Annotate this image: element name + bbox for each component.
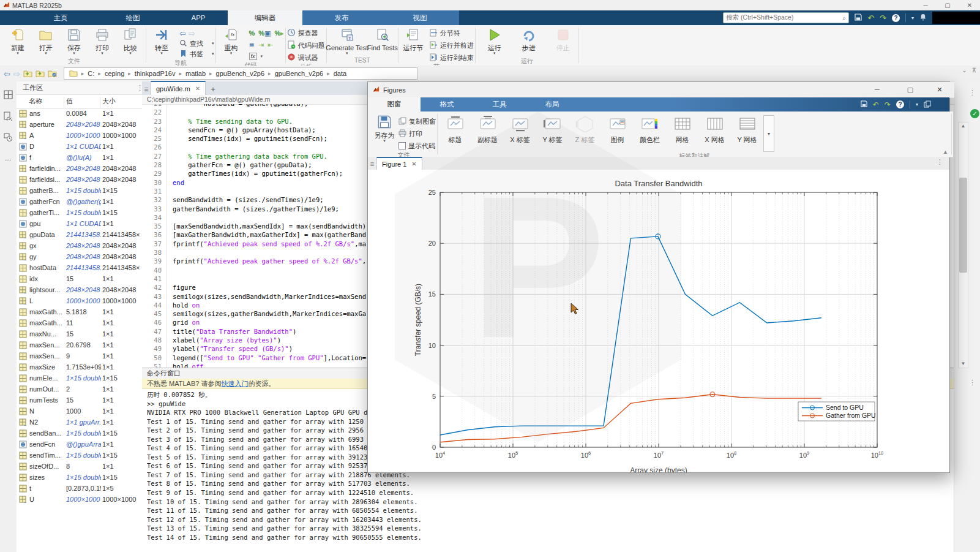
editor-scrollbar[interactable]: ▲ ▼ bbox=[958, 122, 968, 368]
new-tab-button[interactable]: + bbox=[206, 85, 220, 95]
up-folder-icon[interactable] bbox=[36, 69, 45, 78]
workspace-row-N2[interactable]: ~N21×1 gpuArr...1×1 bbox=[17, 417, 142, 428]
crumb-ceping[interactable]: ceping bbox=[105, 70, 124, 77]
workspace-row-aperture[interactable]: ~aperture2048×2048 ...2048×2048 bbox=[17, 119, 142, 130]
run-section-button[interactable]: 运行节 bbox=[400, 27, 427, 51]
code-issues-button[interactable]: 代码问题 bbox=[287, 40, 325, 50]
print-button[interactable]: 打印▾ bbox=[88, 27, 116, 55]
workspace-row-hostData[interactable]: hostData214413458...214413458×1 bbox=[17, 262, 142, 273]
main-tab-编辑器[interactable]: 编辑器 bbox=[228, 10, 302, 25]
save-button[interactable]: 保存▾ bbox=[60, 27, 88, 55]
forward-icon[interactable]: ⇨ bbox=[13, 69, 20, 78]
workspace-row-farfieldsi...[interactable]: farfieldsi...2048×2048 ...2048×2048 bbox=[17, 174, 142, 185]
workspace-row-maxSen...[interactable]: maxSen...91×1 bbox=[17, 350, 142, 361]
ygrid-button[interactable]: Y 网格 bbox=[731, 112, 763, 145]
breadcrumb[interactable]: ▸C:▸ceping▸thinkpadP16v▸matlab▸gpuBench_… bbox=[64, 67, 417, 80]
maximize-button[interactable]: ▢ bbox=[937, 0, 958, 10]
back-icon[interactable]: ⇦ bbox=[4, 69, 10, 78]
workspace-row-N[interactable]: N10001×1 bbox=[17, 406, 142, 417]
workspace-row-L[interactable]: ~L1000×1000 ...1000×1000 bbox=[17, 295, 142, 306]
step-button[interactable]: 步进 bbox=[515, 27, 543, 51]
workspace-row-numTests[interactable]: numTests151×1 bbox=[17, 395, 142, 406]
workspace-variable-list[interactable]: ans0.00841×1~aperture2048×2048 ...2048×2… bbox=[17, 108, 142, 537]
indent-left-icon[interactable]: ⇤ bbox=[267, 41, 273, 49]
run-button[interactable]: 运行▾ bbox=[481, 27, 509, 55]
workspace-row-A[interactable]: ~A1000×1000 ...1000×1000 bbox=[17, 130, 142, 141]
scrollbar-thumb[interactable] bbox=[959, 178, 967, 273]
workspace-row-sendBan...[interactable]: sendBan...1×15 double1×15 bbox=[17, 428, 142, 439]
ylabel-button[interactable]: Y 标签 bbox=[536, 112, 569, 145]
workspace-row-farfieldin...[interactable]: ~farfieldin...2048×2048 ...2048×2048 bbox=[17, 163, 142, 174]
workspace-row-U[interactable]: ~U1000×1000 ...1000×1000 bbox=[17, 494, 142, 505]
debugger-button[interactable]: 调试器 bbox=[287, 53, 325, 62]
main-tab-APP[interactable]: APP bbox=[169, 10, 228, 25]
run-advance-button[interactable]: 运行并前进 bbox=[430, 40, 474, 50]
copy-figure-button[interactable]: 复制图窗 bbox=[398, 116, 436, 126]
subtitle-button[interactable]: 副标题 bbox=[471, 112, 504, 145]
find-tests-button[interactable]: Find Tests bbox=[368, 27, 397, 51]
browse-folder-icon[interactable] bbox=[48, 69, 57, 78]
workspace-row-maxNu...[interactable]: maxNu...151×1 bbox=[17, 328, 142, 339]
toolbar-collapse-icons[interactable]: ⌄⊼ bbox=[962, 67, 976, 74]
workspace-row-lightsour...[interactable]: ~lightsour...2048×2048 ...2048×2048 bbox=[17, 284, 142, 295]
insert-function-icon[interactable]: fx bbox=[249, 53, 257, 60]
profiler-button[interactable]: 探查器 bbox=[287, 28, 325, 38]
figures-title-bar[interactable]: Figures ─ ▢ ✕ bbox=[368, 82, 954, 98]
xgrid-button[interactable]: X 网格 bbox=[698, 112, 731, 145]
user-account-redacted[interactable] bbox=[932, 12, 980, 24]
figures-tab-布局[interactable]: 布局 bbox=[526, 97, 578, 112]
workspace-row-gatherTi...[interactable]: gatherTi...1×15 double1×15 bbox=[17, 207, 142, 218]
dock-grip-icon[interactable]: ≣ bbox=[142, 86, 151, 95]
undo-icon[interactable]: ↶ bbox=[867, 13, 874, 23]
nav-arrows[interactable]: ⇦⇨ bbox=[179, 28, 214, 38]
figures-maximize-button[interactable]: ▢ bbox=[899, 82, 921, 97]
redo-icon[interactable]: ↷ bbox=[880, 13, 886, 23]
workspace-row-maxSize[interactable]: maxSize1.7153e+091×1 bbox=[17, 361, 142, 372]
panel-layout-icon[interactable] bbox=[4, 90, 13, 100]
more-icon[interactable]: … bbox=[5, 154, 12, 162]
annotate-overflow-button[interactable]: ▾ bbox=[763, 115, 774, 152]
doc-bar-menu-icon[interactable]: ⋮ bbox=[937, 158, 943, 166]
title-button[interactable]: 标题 bbox=[439, 112, 471, 145]
workspace-row-maxGath...[interactable]: maxGath...111×1 bbox=[17, 317, 142, 328]
editor-tab-gpuwide[interactable]: gpuWide.m✕ bbox=[151, 81, 206, 95]
dock-grip-icon[interactable]: ≣ bbox=[368, 161, 376, 170]
bookmark-button[interactable]: 书签▾ bbox=[179, 49, 214, 59]
search-input[interactable]: 搜索 (Ctrl+Shift+Space) ⌕ bbox=[723, 12, 849, 23]
close-tab-icon[interactable]: ✕ bbox=[195, 85, 200, 92]
new-button[interactable]: 新建▾ bbox=[4, 27, 32, 55]
print-figure-button[interactable]: 打印 bbox=[398, 129, 436, 138]
workspace-row-maxSen...[interactable]: maxSen...20.67981×1 bbox=[17, 339, 142, 350]
figures-tab-工具[interactable]: 工具 bbox=[473, 97, 526, 112]
uncomment-icon[interactable]: %▸ bbox=[274, 29, 283, 37]
legend-button[interactable]: 图例 bbox=[601, 112, 634, 145]
grid-button[interactable]: 网格 bbox=[666, 112, 698, 145]
workspace-row-numOut...[interactable]: numOut...21×1 bbox=[17, 384, 142, 395]
find-button[interactable]: 查找▾ bbox=[179, 39, 214, 48]
figure-canvas[interactable]: 10410510610710810910100510152025Data Tra… bbox=[368, 170, 949, 472]
indent-right-icon[interactable]: ⇥ bbox=[258, 41, 264, 49]
comment-block-icon[interactable]: %▣ bbox=[258, 29, 271, 37]
xlabel-button[interactable]: X 标签 bbox=[504, 112, 536, 145]
panel-menu-icon-2[interactable]: ⋮ bbox=[969, 379, 976, 387]
workspace-row-f[interactable]: f@()lu(A)1×1 bbox=[17, 152, 142, 163]
workspace-row-t[interactable]: t[0.2873,0.15...1×5 bbox=[17, 483, 142, 494]
notifications-bell-icon[interactable] bbox=[919, 13, 927, 23]
crumb-C:[interactable]: C: bbox=[88, 70, 94, 77]
workspace-row-sizes[interactable]: sizes1×15 double1×15 bbox=[17, 472, 142, 483]
workspace-row-gpu[interactable]: gpu1×1 CUDAD...1×1 bbox=[17, 218, 142, 229]
wrap-comments-icon[interactable]: ≣ bbox=[249, 41, 255, 49]
save-as-button[interactable]: 另存为▾ bbox=[372, 113, 397, 143]
workspace-row-sendTim...[interactable]: sendTim...1×15 double1×15 bbox=[17, 450, 142, 461]
crumb-gpuBench_v2p6[interactable]: gpuBench_v2p6 bbox=[275, 70, 324, 77]
figures-tab-格式[interactable]: 格式 bbox=[421, 97, 473, 112]
show-code-checkbox[interactable]: 显示代码 bbox=[398, 141, 436, 151]
search-icon[interactable]: ⌕ bbox=[842, 14, 846, 22]
close-figure-tab-icon[interactable]: ✕ bbox=[411, 161, 416, 167]
main-tab-视图[interactable]: 视图 bbox=[381, 10, 459, 25]
workspace-row-D[interactable]: D1×1 CUDAD...1×1 bbox=[17, 141, 142, 152]
main-tab-主页[interactable]: 主页 bbox=[24, 10, 97, 25]
main-tab-绘图[interactable]: 绘图 bbox=[97, 10, 169, 25]
main-tab-发布[interactable]: 发布 bbox=[302, 10, 381, 25]
minimize-button[interactable]: ─ bbox=[915, 0, 936, 10]
